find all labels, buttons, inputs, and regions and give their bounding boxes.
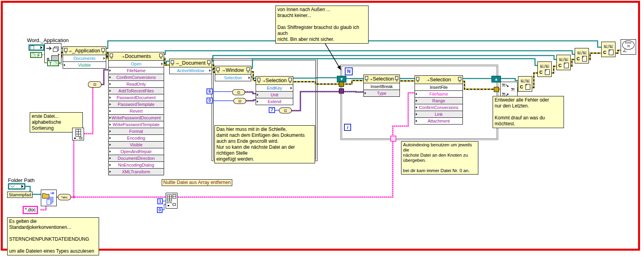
param-range[interactable]: Range <box>415 97 462 104</box>
param-visible[interactable]: Visible <box>109 141 164 148</box>
document-node-header: ?! ⊸_Document ?! <box>170 59 212 67</box>
close-ref-pattern-icon <box>602 42 615 49</box>
to-variant-node[interactable] <box>232 89 245 95</box>
numeric-constant-0[interactable]: 0 <box>157 207 162 213</box>
close-reference-node[interactable]: C <box>518 76 532 92</box>
error-tunnel-left[interactable] <box>339 82 344 87</box>
param-documentdirection[interactable]: DocumentDirection <box>109 155 164 161</box>
param-unit[interactable]: Unit <box>256 91 293 98</box>
refnum-error-glyph: ?! <box>416 77 420 83</box>
to-variant-node[interactable] <box>279 107 292 113</box>
refnum-error-glyph: ?! <box>257 78 261 84</box>
list-folder-icon <box>41 190 56 206</box>
param-revert[interactable]: Revert <box>109 107 164 114</box>
param-confirmconversions[interactable]: ConfirmConversions <box>109 74 164 81</box>
property-node-window[interactable]: ?! ⊸Window ?! Selection <box>215 66 251 81</box>
param-filename[interactable]: FileName <box>415 90 462 97</box>
stammpfad-label: Stammpfad <box>7 192 32 198</box>
param-extend[interactable]: Extend <box>256 98 293 105</box>
close-reference-node[interactable]: C <box>575 48 589 63</box>
param-writepassworddocument[interactable]: WritePasswordDocument <box>109 114 164 121</box>
comment-fehler: Entweder alle Fehler oder nur den Letzte… <box>493 96 564 128</box>
param-filename[interactable]: FileName <box>109 67 164 74</box>
close-ref-pattern-icon <box>557 55 570 62</box>
numeric-constant-0[interactable]: 0 <box>206 98 213 104</box>
comment-joker: Es gelten die Standardjokerkonventionen.… <box>7 217 99 255</box>
property-documents[interactable]: Documents <box>63 55 106 61</box>
delete-from-array-icon <box>166 193 177 208</box>
property-activewindow[interactable]: ActiveWindow <box>170 67 212 74</box>
param-link[interactable]: Link <box>415 111 462 117</box>
loop-count-terminal[interactable]: N <box>345 67 353 75</box>
close-reference-node[interactable]: C <box>601 42 615 57</box>
param-addtorecentfiles[interactable]: AddToRecentFiles <box>109 87 164 94</box>
to-variant-node[interactable] <box>88 81 101 88</box>
page-icon <box>564 63 569 68</box>
param-noencodingdialog[interactable]: NoEncodingDialog <box>109 161 164 168</box>
method-insertfile[interactable]: InsertFile <box>415 84 462 90</box>
comment-shiftregister: von Innen nach Außen ... braucht keiner.… <box>275 6 369 44</box>
list-folder-node[interactable] <box>41 190 57 206</box>
refnum-error-glyph: ?! <box>365 76 369 82</box>
nullte-datei-label: Nullte Datei aus Array entfernen <box>162 179 232 186</box>
refnum-error-glyph: ?! <box>109 54 113 59</box>
invoke-node-icon: ⇢ <box>121 55 124 59</box>
comment-schleife: Das hier muss mit in die Schleife, damit… <box>214 125 315 163</box>
method-endkey[interactable]: EndKey <box>256 84 293 91</box>
delete-from-array-node[interactable] <box>166 193 178 209</box>
invoke-node-icon: ⇢ <box>262 79 265 83</box>
loop-iteration-terminal[interactable]: i <box>344 124 351 131</box>
param-confirmconversions[interactable]: ConfirmConversions <box>415 104 462 111</box>
param-xmltransform[interactable]: XMLTransform <box>109 168 164 175</box>
close-reference-node[interactable]: C <box>556 55 571 70</box>
property-node-document[interactable]: ?! ⊸_Document ?! ActiveWindow <box>169 59 212 74</box>
numeric-constant-6[interactable]: 6 <box>206 88 213 94</box>
invoke-node-selection-insertbreak[interactable]: ?! ⇢Selection ?! InsertBreak Type <box>363 75 400 97</box>
variant-tunnel-left[interactable] <box>339 88 344 94</box>
folder-path-label: Folder Path <box>8 177 34 183</box>
folder-path-control[interactable] <box>8 183 25 190</box>
method-insertbreak[interactable]: InsertBreak <box>364 83 399 90</box>
param-format[interactable]: Format <box>109 128 164 134</box>
invoke-node-documents-open[interactable]: ?! ⇢Documents ?! Open FileName ConfirmCo… <box>108 52 164 175</box>
to-variant-node[interactable] <box>233 98 246 104</box>
insertbreak-node-header: ?! ⇢Selection ?! <box>364 75 399 83</box>
property-selection[interactable]: Selection <box>215 74 251 81</box>
path-to-string-node[interactable]: abc <box>58 194 71 200</box>
param-passworddocument[interactable]: PasswordDocument <box>109 94 164 101</box>
refnum-out-arrow <box>40 46 42 49</box>
param-type[interactable]: Type <box>364 90 399 96</box>
numeric-constant-1[interactable]: 1 <box>157 198 163 204</box>
property-node-application[interactable]: ?! ⊸_Application ?! Documents Visible <box>63 46 106 69</box>
refnum-error-glyph: ?! <box>159 54 163 59</box>
param-writepasswordtemplate[interactable]: WritePasswordTemplate <box>109 121 164 128</box>
invoke-node-selection-insertfile[interactable]: ?! ⇢Selection ?! InsertFile FileName Ran… <box>415 75 463 125</box>
refnum-error-glyph: ?! <box>288 78 292 84</box>
invoke-node-selection-endkey[interactable]: ?! ⇢Selection ?! EndKey Unit Extend <box>256 76 293 105</box>
autoindex-tunnel[interactable]: [ ] <box>390 136 396 142</box>
close-ref-pattern-icon <box>518 77 532 84</box>
automation-refnum-control[interactable] <box>29 44 44 51</box>
invoke-node-icon: ⇢ <box>426 78 430 82</box>
property-visible[interactable]: Visible <box>63 61 106 68</box>
insertfile-node-header: ?! ⇢Selection ?! <box>415 76 462 84</box>
index-array-node[interactable] <box>72 128 84 140</box>
shift-register-right[interactable]: ▲ <box>491 76 501 82</box>
refnum-error-glyph: ?! <box>64 48 68 54</box>
numeric-constant-7[interactable]: 7 <box>269 107 275 113</box>
param-openandrepair[interactable]: OpenAndRepair <box>109 148 164 155</box>
comment-autoindexing: Autoindexing benutzen um jeweils die näc… <box>401 141 478 175</box>
param-passwordtemplate[interactable]: PasswordTemplate <box>109 101 164 107</box>
method-open[interactable]: Open <box>109 60 164 67</box>
true-constant[interactable]: T <box>47 60 59 66</box>
wildcard-constant[interactable]: *.doc <box>23 206 38 214</box>
param-attachment[interactable]: Attachment <box>415 117 462 124</box>
param-readonly[interactable]: ReadOnly <box>109 81 164 87</box>
refnum-error-glyph: ?! <box>216 67 220 73</box>
false-constant[interactable]: F <box>30 52 42 58</box>
simple-error-handler-node[interactable]: Error?! <box>621 39 636 55</box>
path-glyph-icon <box>10 185 15 188</box>
error-tunnel-right[interactable] <box>494 87 499 92</box>
param-encoding[interactable]: Encoding <box>109 134 164 141</box>
close-reference-node[interactable]: C <box>537 61 552 77</box>
